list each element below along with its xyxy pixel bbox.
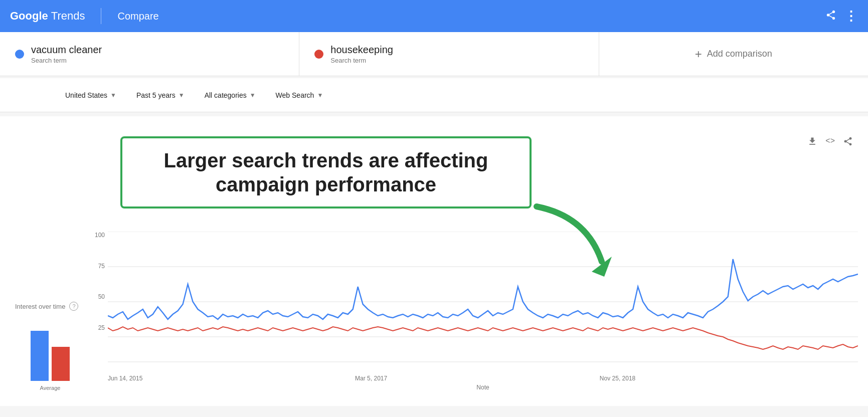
chart-action-icons: <> [807,136,853,148]
search-term-2[interactable]: housekeeping Search term [299,32,599,76]
y-label-75: 75 [98,263,105,270]
annotation-text: Larger search trends are affecting campa… [164,149,488,195]
filter-bar: United States ▼ Past 5 years ▼ All categ… [0,78,868,112]
chart-left-panel: Interest over time ? Average [10,131,90,391]
header-divider [101,8,101,24]
plus-icon: + [695,47,702,61]
x-label-3: Nov 25, 2018 [600,375,635,382]
main-content: Interest over time ? Average <> [0,116,868,406]
bar-average-label: Average [40,385,61,391]
share-chart-icon[interactable] [843,136,853,148]
search-type-filter[interactable]: Web Search ▼ [276,91,323,99]
chart-section: Interest over time ? Average <> [0,126,868,396]
search-term-1[interactable]: vacuum cleaner Search term [0,32,299,76]
region-chevron-icon: ▼ [110,92,116,99]
period-chevron-icon: ▼ [179,92,185,99]
interest-over-time-label: Interest over time [15,303,65,310]
term-1-dot [15,50,24,59]
mini-bar-chart [31,321,70,381]
y-label-50: 50 [98,293,105,300]
line-chart [108,232,858,372]
region-label: United States [65,91,107,99]
help-icon[interactable]: ? [69,302,78,311]
share-icon[interactable] [825,10,836,23]
region-filter[interactable]: United States ▼ [65,91,116,99]
google-trends-logo: Google Trends [10,10,85,23]
bar-blue [31,331,49,381]
bar-red [52,347,70,381]
add-comparison-label: Add comparison [707,49,772,59]
download-icon[interactable] [807,136,817,148]
header-left: Google Trends Compare [10,8,159,24]
search-type-chevron-icon: ▼ [317,92,323,99]
trends-logo-text: Trends [51,10,85,23]
term-2-label: Search term [330,57,393,64]
term-1-label: Search term [31,57,102,64]
category-label: All categories [205,91,247,99]
page-title: Compare [117,11,158,22]
app-header: Google Trends Compare ⋮ [0,0,868,32]
x-label-2: Mar 5, 2017 [355,375,387,382]
x-axis-labels: Jun 14, 2015 Mar 5, 2017 Nov 25, 2018 en… [90,372,858,382]
period-filter[interactable]: Past 5 years ▼ [136,91,185,99]
annotation-arrow [527,196,607,277]
term-2-name: housekeeping [330,44,393,56]
google-logo-text: Google [10,10,48,23]
search-type-label: Web Search [276,91,314,99]
add-comparison-button[interactable]: + Add comparison [599,32,868,76]
more-options-icon[interactable]: ⋮ [844,9,858,24]
term-1-name: vacuum cleaner [31,44,102,56]
embed-icon[interactable]: <> [825,136,835,148]
chart-main-area: <> Larger search trends are affecting ca… [90,131,858,391]
period-label: Past 5 years [136,91,176,99]
y-label-100: 100 [95,232,105,239]
chart-section-title-group: Interest over time ? [10,302,78,311]
note-label: Note [90,384,858,391]
annotation-box: Larger search trends are affecting campa… [120,136,532,209]
svg-chart-wrapper: 100 75 50 25 0 [90,232,858,391]
term-1-text-group: vacuum cleaner Search term [31,44,102,64]
header-right: ⋮ [825,9,858,24]
search-terms-bar: vacuum cleaner Search term housekeeping … [0,32,868,76]
category-chevron-icon: ▼ [250,92,256,99]
x-label-1: Jun 14, 2015 [108,375,142,382]
category-filter[interactable]: All categories ▼ [205,91,256,99]
term-2-text-group: housekeeping Search term [330,44,393,64]
y-label-25: 25 [98,324,105,331]
term-2-dot [314,50,323,59]
